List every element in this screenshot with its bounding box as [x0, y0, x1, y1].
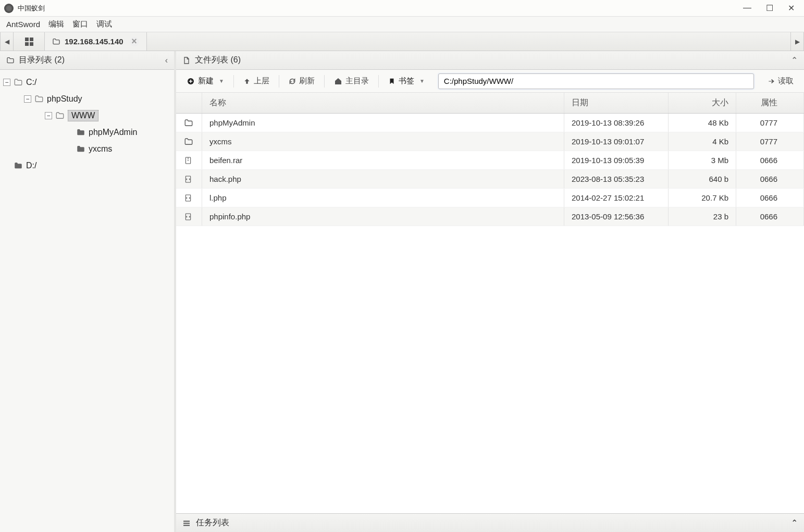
tab-connection[interactable]: 192.168.145.140 ×	[45, 32, 147, 51]
window-controls: — ☐ ✕	[743, 3, 800, 13]
row-icon-cell	[176, 132, 202, 151]
row-attr: 0666	[736, 151, 804, 169]
arrow-up-icon	[243, 78, 251, 85]
row-icon-cell	[176, 170, 202, 188]
tree-toggle-icon[interactable]: −	[45, 112, 52, 119]
table-row[interactable]: phpinfo.php2013-05-09 12:56:3623 b0666	[176, 207, 804, 226]
titlebar: 中国蚁剑 — ☐ ✕	[0, 0, 804, 17]
folder-icon	[14, 161, 23, 170]
tree-node-label: yxcms	[89, 144, 112, 154]
code-icon	[184, 212, 194, 221]
window-title: 中国蚁剑	[18, 4, 45, 13]
file-panel: 文件列表 (6) ⌃ 新建 ▼ 上层	[176, 51, 804, 532]
read-button[interactable]: 读取	[762, 74, 799, 88]
col-attr[interactable]: 属性	[736, 93, 804, 113]
code-icon	[184, 193, 194, 203]
row-size: 20.7 Kb	[669, 189, 736, 207]
plus-circle-icon	[187, 77, 195, 85]
tree-node-label: WWW	[68, 110, 98, 121]
row-size: 4 Kb	[669, 132, 736, 151]
tree-node-label: C:/	[26, 78, 36, 87]
col-date[interactable]: 日期	[564, 93, 669, 113]
row-name: hack.php	[202, 170, 564, 188]
table-row[interactable]: phpMyAdmin2019-10-13 08:39:2648 Kb0777	[176, 114, 804, 132]
row-name: beifen.rar	[202, 151, 564, 169]
home-icon	[334, 77, 342, 85]
tree-node[interactable]: −WWW	[3, 107, 171, 124]
maximize-button[interactable]: ☐	[766, 3, 773, 13]
directory-tree: −C:/−phpStudy−WWWphpMyAdminyxcmsD:/	[0, 70, 174, 532]
menu-antsword[interactable]: AntSword	[6, 20, 40, 29]
row-attr: 0666	[736, 189, 804, 207]
col-size[interactable]: 大小	[669, 93, 736, 113]
table-header: 名称 日期 大小 属性	[176, 93, 804, 114]
home-button[interactable]: 主目录	[329, 74, 374, 88]
row-icon-cell	[176, 189, 202, 207]
folder-icon	[184, 118, 194, 128]
tree-toggle-icon[interactable]: −	[24, 95, 31, 103]
menu-edit[interactable]: 编辑	[48, 19, 64, 29]
menu-debug[interactable]: 调试	[96, 19, 112, 29]
tree-node[interactable]: −phpStudy	[3, 91, 171, 107]
chevron-down-icon: ▼	[219, 78, 224, 84]
tree-toggle-icon[interactable]: −	[3, 79, 10, 86]
row-size: 640 b	[669, 170, 736, 188]
row-date: 2014-02-27 15:02:21	[564, 189, 669, 207]
table-row[interactable]: beifen.rar2019-10-13 09:05:393 Mb0666	[176, 151, 804, 170]
menu-window[interactable]: 窗口	[72, 19, 88, 29]
tree-node[interactable]: phpMyAdmin	[3, 124, 171, 141]
collapse-left-icon[interactable]: ‹	[165, 56, 168, 65]
row-name: yxcms	[202, 132, 564, 151]
col-checkbox[interactable]	[176, 93, 202, 113]
row-date: 2013-05-09 12:56:36	[564, 207, 669, 226]
close-button[interactable]: ✕	[788, 3, 795, 13]
tab-scroll-left[interactable]: ◀	[0, 32, 14, 51]
arrow-right-icon	[768, 78, 775, 85]
folder-icon	[52, 38, 60, 46]
row-icon-cell	[176, 207, 202, 226]
up-button[interactable]: 上层	[238, 74, 275, 88]
svg-rect-5	[183, 521, 190, 522]
row-size: 48 Kb	[669, 114, 736, 132]
row-date: 2019-10-13 08:39:26	[564, 114, 669, 132]
tree-node-label: D:/	[26, 161, 36, 170]
menubar: AntSword 编辑 窗口 调试	[0, 17, 804, 32]
tree-node[interactable]: yxcms	[3, 141, 171, 157]
table-row[interactable]: hack.php2023-08-13 05:35:23640 b0666	[176, 170, 804, 189]
grid-icon	[25, 38, 33, 46]
tree-node[interactable]: −C:/	[3, 74, 171, 91]
tab-close-icon[interactable]: ×	[130, 37, 139, 46]
file-panel-header: 文件列表 (6) ⌃	[176, 51, 804, 70]
row-date: 2023-08-13 05:35:23	[564, 170, 669, 188]
folder-icon	[6, 56, 15, 65]
new-button[interactable]: 新建 ▼	[181, 74, 229, 88]
collapse-up-icon[interactable]: ⌃	[791, 518, 798, 528]
folder-icon	[14, 78, 23, 87]
bookmark-icon	[388, 78, 395, 85]
tree-node[interactable]: D:/	[3, 157, 171, 174]
tab-scroll-right[interactable]: ▶	[790, 32, 804, 51]
app-icon	[4, 4, 14, 13]
row-attr: 0777	[736, 114, 804, 132]
list-icon	[182, 519, 191, 527]
svg-rect-6	[183, 523, 190, 524]
file-icon	[182, 56, 191, 65]
col-name[interactable]: 名称	[202, 93, 564, 113]
collapse-up-icon[interactable]: ⌃	[791, 55, 798, 65]
row-size: 23 b	[669, 207, 736, 226]
row-attr: 0666	[736, 207, 804, 226]
folder-icon	[76, 144, 85, 154]
file-panel-title: 文件列表 (6)	[195, 55, 241, 66]
minimize-button[interactable]: —	[743, 3, 751, 13]
folder-icon	[55, 111, 65, 120]
task-panel-header[interactable]: 任务列表 ⌃	[176, 513, 804, 532]
table-row[interactable]: l.php2014-02-27 15:02:2120.7 Kb0666	[176, 189, 804, 207]
table-row[interactable]: yxcms2019-10-13 09:01:074 Kb0777	[176, 132, 804, 151]
row-size: 3 Mb	[669, 151, 736, 169]
tab-label: 192.168.145.140	[65, 37, 123, 46]
path-input[interactable]	[438, 73, 754, 89]
tab-home[interactable]	[14, 32, 45, 51]
refresh-button[interactable]: 刷新	[283, 74, 320, 88]
row-date: 2019-10-13 09:05:39	[564, 151, 669, 169]
bookmark-button[interactable]: 书签 ▼	[383, 74, 430, 88]
